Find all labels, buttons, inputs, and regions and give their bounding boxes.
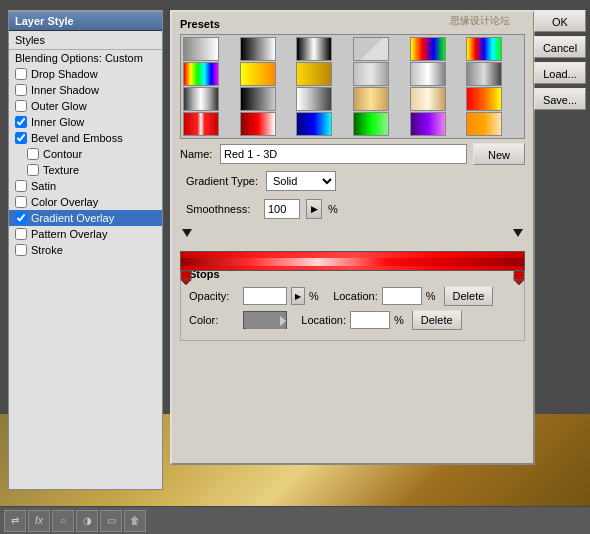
color-label: Color: <box>189 314 239 326</box>
preset-swatch-21[interactable] <box>296 112 332 136</box>
color-swatch[interactable] <box>243 311 287 329</box>
bevel-emboss-checkbox[interactable] <box>15 132 27 144</box>
opacity-delete-button[interactable]: Delete <box>444 286 494 306</box>
svg-marker-1 <box>181 280 191 285</box>
preset-swatch-23[interactable] <box>410 112 446 136</box>
gradient-bar-area <box>180 227 525 255</box>
toolbar-icon-mask[interactable]: ○ <box>52 510 74 532</box>
satin-checkbox[interactable] <box>15 180 27 192</box>
style-item-color-overlay[interactable]: Color Overlay <box>9 194 162 210</box>
opacity-stepper[interactable]: ▶ <box>291 287 305 305</box>
preset-swatch-5[interactable] <box>410 37 446 61</box>
smoothness-input[interactable] <box>264 199 300 219</box>
pattern-overlay-checkbox[interactable] <box>15 228 27 240</box>
name-label: Name: <box>180 148 220 160</box>
ok-button[interactable]: OK <box>534 10 586 32</box>
right-button-panel: OK Cancel Load... Save... <box>534 10 586 110</box>
inner-glow-checkbox[interactable] <box>15 116 27 128</box>
color-location-percent: % <box>394 314 404 326</box>
preset-swatch-12[interactable] <box>466 62 502 86</box>
stroke-checkbox[interactable] <box>15 244 27 256</box>
toolbar-icon-fx[interactable]: fx <box>28 510 50 532</box>
presets-container <box>180 34 525 139</box>
preset-swatch-4[interactable] <box>353 37 389 61</box>
preset-swatch-15[interactable] <box>296 87 332 111</box>
style-item-inner-shadow[interactable]: Inner Shadow <box>9 82 162 98</box>
load-button[interactable]: Load... <box>534 62 586 84</box>
preset-swatch-7[interactable] <box>183 62 219 86</box>
preset-swatch-16[interactable] <box>353 87 389 111</box>
texture-checkbox[interactable] <box>27 164 39 176</box>
gradient-bar[interactable] <box>180 251 525 271</box>
color-delete-button[interactable]: Delete <box>412 310 462 330</box>
preset-swatch-9[interactable] <box>296 62 332 86</box>
style-item-gradient-overlay[interactable]: Gradient Overlay <box>9 210 162 226</box>
style-item-pattern-overlay[interactable]: Pattern Overlay <box>9 226 162 242</box>
color-stop-right[interactable] <box>513 271 525 285</box>
watermark-text: 思缘设计论坛 <box>450 14 510 28</box>
preset-swatch-10[interactable] <box>353 62 389 86</box>
style-item-bevel-emboss[interactable]: Bevel and Emboss <box>9 130 162 146</box>
smoothness-stepper[interactable]: ▶ <box>306 199 322 219</box>
svg-rect-2 <box>514 271 524 280</box>
gradient-overlay-checkbox[interactable] <box>15 212 27 224</box>
preset-swatch-6[interactable] <box>466 37 502 61</box>
layer-style-panel: Layer Style Styles Blending Options: Cus… <box>8 10 163 490</box>
inner-shadow-checkbox[interactable] <box>15 84 27 96</box>
svg-marker-3 <box>514 280 524 285</box>
smoothness-row: Smoothness: ▶ % <box>172 197 533 227</box>
opacity-location-input[interactable] <box>382 287 422 305</box>
opacity-label: Opacity: <box>189 290 239 302</box>
color-stop-left[interactable] <box>180 271 192 285</box>
preset-swatch-14[interactable] <box>240 87 276 111</box>
toolbar-icon-folder[interactable]: ▭ <box>100 510 122 532</box>
preset-swatch-11[interactable] <box>410 62 446 86</box>
toolbar-icon-trash[interactable]: 🗑 <box>124 510 146 532</box>
preset-swatch-1[interactable] <box>183 37 219 61</box>
smoothness-label: Smoothness: <box>186 203 258 215</box>
toolbar-icon-adjust[interactable]: ◑ <box>76 510 98 532</box>
color-location-input[interactable] <box>350 311 390 329</box>
style-item-texture[interactable]: Texture <box>9 162 162 178</box>
opacity-percent: % <box>309 290 319 302</box>
panel-title: Layer Style <box>9 12 162 31</box>
opacity-location-label: Location: <box>323 290 378 302</box>
gradient-bar-wrapper <box>180 227 525 255</box>
name-row: Name: New <box>172 139 533 169</box>
preset-swatch-20[interactable] <box>240 112 276 136</box>
save-button[interactable]: Save... <box>534 88 586 110</box>
preset-swatch-24[interactable] <box>466 112 502 136</box>
style-item-drop-shadow[interactable]: Drop Shadow <box>9 66 162 82</box>
bottom-toolbar: ⇄ fx ○ ◑ ▭ 🗑 <box>0 506 590 534</box>
preset-swatch-22[interactable] <box>353 112 389 136</box>
preset-swatch-17[interactable] <box>410 87 446 111</box>
preset-swatch-13[interactable] <box>183 87 219 111</box>
preset-swatch-8[interactable] <box>240 62 276 86</box>
style-item-inner-glow[interactable]: Inner Glow <box>9 114 162 130</box>
preset-swatch-2[interactable] <box>240 37 276 61</box>
styles-link[interactable]: Styles <box>15 34 45 46</box>
preset-swatch-18[interactable] <box>466 87 502 111</box>
style-item-outer-glow[interactable]: Outer Glow <box>9 98 162 114</box>
stops-opacity-row: Opacity: ▶ % Location: % Delete <box>189 284 516 308</box>
gradient-type-row: Gradient Type: Solid Noise <box>172 169 533 197</box>
style-item-contour[interactable]: Contour <box>9 146 162 162</box>
blending-options-item[interactable]: Blending Options: Custom <box>9 50 162 66</box>
style-item-satin[interactable]: Satin <box>9 178 162 194</box>
color-overlay-checkbox[interactable] <box>15 196 27 208</box>
opacity-input[interactable] <box>243 287 287 305</box>
gradient-type-select[interactable]: Solid Noise <box>266 171 336 191</box>
preset-swatch-3[interactable] <box>296 37 332 61</box>
contour-checkbox[interactable] <box>27 148 39 160</box>
cancel-button[interactable]: Cancel <box>534 36 586 58</box>
outer-glow-checkbox[interactable] <box>15 100 27 112</box>
toolbar-icon-1[interactable]: ⇄ <box>4 510 26 532</box>
style-item-stroke[interactable]: Stroke <box>9 242 162 258</box>
preset-swatch-19[interactable] <box>183 112 219 136</box>
name-input[interactable] <box>220 144 467 164</box>
drop-shadow-checkbox[interactable] <box>15 68 27 80</box>
new-button[interactable]: New <box>473 143 525 165</box>
opacity-stop-left[interactable] <box>182 229 192 237</box>
stops-color-row: Color: Location: % Delete <box>189 308 516 332</box>
opacity-stop-right[interactable] <box>513 229 523 237</box>
